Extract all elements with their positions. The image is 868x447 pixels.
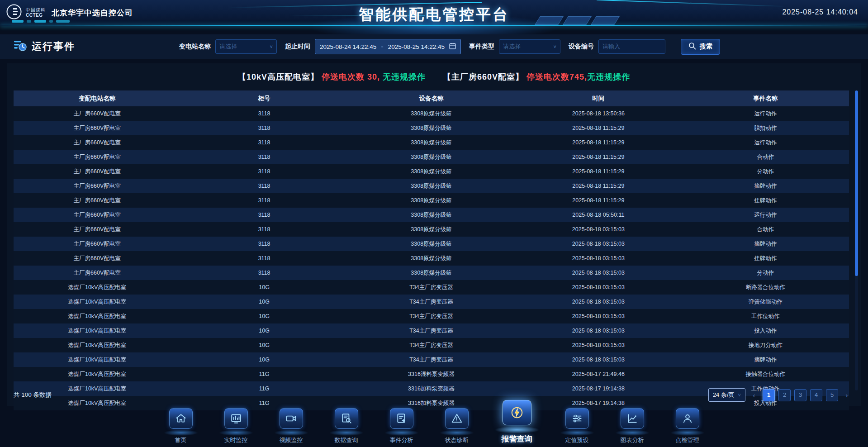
table-cell: 选煤厂10kV高压配电室 — [14, 295, 180, 309]
table-row[interactable]: 主厂房660V配电室31183308原煤分级筛2025-08-18 03:15:… — [14, 251, 849, 266]
status-diagnosis-icon — [445, 408, 469, 429]
table-cell: 2025-08-18 11:15:29 — [515, 193, 682, 208]
nav-item-label: 视频监控 — [280, 436, 303, 444]
inspection-management-icon — [676, 408, 699, 429]
table-cell: 主厂房660V配电室 — [14, 251, 180, 266]
table-row[interactable]: 主厂房660V配电室31183308原煤分级筛2025-08-18 11:15:… — [14, 135, 849, 150]
page-size-select[interactable]: 24 条/页 ˅ — [708, 388, 745, 402]
event-type-select[interactable]: 请选择 ˅ — [499, 39, 560, 54]
station-name-select[interactable]: 请选择 ˅ — [215, 39, 277, 54]
table-row[interactable]: 选煤厂10kV高压配电室10GT34主厂房变压器2025-08-18 03:15… — [14, 323, 849, 338]
nav-item-4[interactable]: 数据查询 — [327, 408, 366, 444]
table-cell: 11G — [180, 367, 347, 381]
table-row[interactable]: 主厂房660V配电室31183308原煤分级筛2025-08-18 11:15:… — [14, 193, 849, 208]
page-button-5[interactable]: 5 — [826, 389, 838, 401]
table-row[interactable]: 主厂房660V配电室31183308原煤分级筛2025-08-18 11:15:… — [14, 164, 849, 179]
prev-page-button[interactable]: ‹ — [749, 391, 759, 399]
table-row[interactable]: 主厂房660V配电室31183308原煤分级筛2025-08-18 05:50:… — [14, 208, 849, 222]
nav-pedestal-glow — [616, 430, 649, 436]
page-button-2[interactable]: 2 — [778, 389, 791, 401]
table-cell: 接地刀分动作 — [682, 338, 849, 352]
pagination: 24 条/页 ˅ ‹ 12345 › — [708, 388, 852, 402]
time-start-value[interactable]: 2025-08-24 14:22:45 — [320, 43, 376, 50]
table-cell: 选煤厂10kV高压配电室 — [14, 352, 180, 367]
summary-alert-line: 【10kV高压配电室】 停送电次数 30, 无违规操作 【主厂房660V配室】 … — [7, 71, 861, 82]
event-type-placeholder: 请选择 — [503, 43, 521, 51]
nav-item-2[interactable]: 实时监控 — [216, 408, 256, 444]
table-body: 主厂房660V配电室31183308原煤分级筛2025-08-18 13:50:… — [14, 106, 849, 410]
table-cell: 3316混料泵变频器 — [348, 367, 515, 381]
bottom-navigation: 首页实时监控视频监控数据查询事件分析状态诊断报警查询定值预设图表分析点检管理 — [0, 403, 868, 444]
setpoint-preset-icon — [565, 408, 589, 429]
table-header: 变配电站名称柜号设备名称时间事件名称 — [14, 90, 849, 106]
nav-item-6[interactable]: 状态诊断 — [437, 408, 477, 444]
table-cell: 主厂房660V配电室 — [14, 237, 180, 251]
table-row[interactable]: 主厂房660V配电室31183308原煤分级筛2025-08-18 13:50:… — [14, 106, 849, 121]
page-button-1[interactable]: 1 — [763, 389, 775, 401]
table-cell: 3308原煤分级筛 — [348, 251, 515, 266]
table-cell: 3308原煤分级筛 — [348, 193, 515, 208]
nav-pedestal-glow — [330, 430, 363, 436]
table-row[interactable]: 选煤厂10kV高压配电室10GT34主厂房变压器2025-08-18 03:15… — [14, 309, 849, 323]
table-cell: T34主厂房变压器 — [348, 323, 515, 338]
device-no-placeholder: 请输入 — [602, 43, 620, 51]
table-row[interactable]: 主厂房660V配电室31183308原煤分级筛2025-08-18 11:15:… — [14, 179, 849, 193]
nav-item-5[interactable]: 事件分析 — [382, 408, 422, 444]
table-cell: 3308原煤分级筛 — [348, 237, 515, 251]
platform-title: 智能供配电管控平台 — [359, 5, 509, 25]
table-row[interactable]: 主厂房660V配电室31183308原煤分级筛2025-08-18 11:15:… — [14, 150, 849, 164]
table-cell: 3118 — [180, 193, 347, 208]
table-cell: 2025-08-18 03:15:03 — [515, 222, 682, 237]
table-row[interactable]: 主厂房660V配电室31183308原煤分级筛2025-08-18 03:15:… — [14, 222, 849, 237]
table-cell: T34主厂房变压器 — [348, 295, 515, 309]
nav-pedestal-glow — [385, 430, 418, 436]
calendar-icon[interactable] — [449, 43, 456, 51]
table-row[interactable]: 选煤厂10kV高压配电室10GT34主厂房变压器2025-08-18 03:15… — [14, 352, 849, 367]
time-end-value[interactable]: 2025-08-25 14:22:45 — [388, 43, 445, 50]
scrollbar-thumb[interactable] — [855, 90, 858, 276]
next-page-button[interactable]: › — [842, 391, 852, 399]
table-cell: 选煤厂10kV高压配电室 — [14, 367, 180, 381]
table-row[interactable]: 主厂房660V配电室31183308原煤分级筛2025-08-18 11:15:… — [14, 121, 849, 135]
table-row[interactable]: 主厂房660V配电室31183308原煤分级筛2025-08-18 03:15:… — [14, 266, 849, 280]
nav-item-3[interactable]: 视频监控 — [271, 408, 311, 444]
table-cell: 2025-08-18 03:15:03 — [515, 352, 682, 367]
nav-item-7[interactable]: 报警查询 — [492, 400, 542, 444]
table-row[interactable]: 主厂房660V配电室31183308原煤分级筛2025-08-18 03:15:… — [14, 237, 849, 251]
table-cell: 3308原煤分级筛 — [348, 121, 515, 135]
table-cell: 选煤厂10kV高压配电室 — [14, 280, 180, 295]
table-cell: 主厂房660V配电室 — [14, 208, 180, 222]
time-range-label: 起止时间 — [285, 43, 310, 51]
table-row[interactable]: 选煤厂10kV高压配电室10GT34主厂房变压器2025-08-18 03:15… — [14, 338, 849, 352]
table-cell: 断路器合位动作 — [682, 280, 849, 295]
nav-item-10[interactable]: 点检管理 — [668, 408, 707, 444]
event-type-label: 事件类型 — [469, 43, 494, 51]
nav-item-1[interactable]: 首页 — [161, 408, 201, 444]
nav-item-label: 报警查询 — [502, 434, 532, 444]
company-name: 北京华宇中选自控公司 — [52, 8, 133, 18]
table-cell: 3118 — [180, 266, 347, 280]
table-cell: T34主厂房变压器 — [348, 338, 515, 352]
app-root: 中国煤科 CCTEG 北京华宇中选自控公司 智能供配电管控平台 2025-08-… — [0, 0, 868, 447]
table-row[interactable]: 选煤厂10kV高压配电室10GT34主厂房变压器2025-08-18 03:15… — [14, 280, 849, 295]
table-scrollbar[interactable] — [855, 90, 858, 390]
table-cell: 2025-08-17 21:49:46 — [515, 367, 682, 381]
table-cell: 2025-08-18 11:15:29 — [515, 179, 682, 193]
page-button-3[interactable]: 3 — [794, 389, 806, 401]
page-button-4[interactable]: 4 — [810, 389, 822, 401]
time-range-picker[interactable]: 2025-08-24 14:22:45 - 2025-08-25 14:22:4… — [315, 39, 461, 54]
page-size-value: 24 条/页 — [713, 391, 735, 399]
top-header: 中国煤科 CCTEG 北京华宇中选自控公司 智能供配电管控平台 2025-08-… — [0, 0, 868, 26]
table-cell: 2025-08-18 03:15:03 — [515, 309, 682, 323]
summary-seg1-title: 【10kV高压配电室】 — [238, 72, 319, 81]
chevron-down-icon: ˅ — [554, 44, 556, 49]
table-row[interactable]: 选煤厂10kV高压配电室11G3316混料泵变频器2025-08-17 21:4… — [14, 367, 849, 381]
search-button[interactable]: 搜索 — [681, 39, 720, 55]
device-no-input[interactable]: 请输入 — [598, 39, 665, 54]
nav-item-9[interactable]: 图表分析 — [612, 408, 652, 444]
nav-item-8[interactable]: 定值预设 — [557, 408, 597, 444]
table-row[interactable]: 选煤厂10kV高压配电室10GT34主厂房变压器2025-08-18 03:15… — [14, 295, 849, 309]
table-cell: T34主厂房变压器 — [348, 352, 515, 367]
data-query-icon — [335, 408, 358, 429]
header-deco-parallelograms — [537, 16, 617, 25]
